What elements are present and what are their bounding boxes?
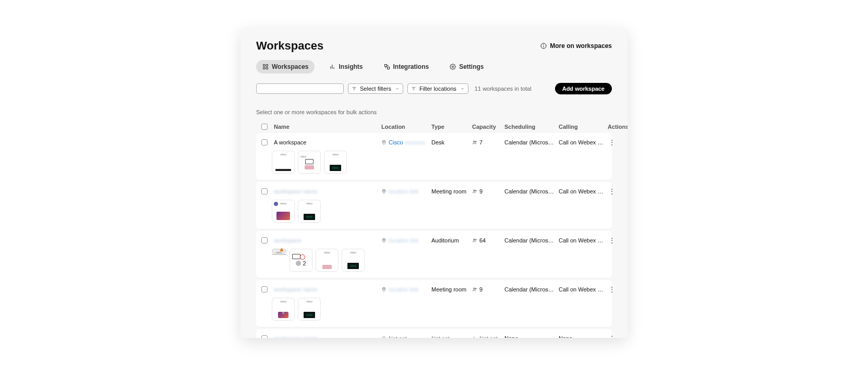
location-pin-icon xyxy=(381,189,387,194)
row-actions-menu[interactable]: ⋮ xyxy=(608,334,616,338)
table-row[interactable]: workspace name Not set Not set Not set N… xyxy=(256,329,612,338)
svg-point-23 xyxy=(383,141,384,142)
tab-insights-label: Insights xyxy=(339,63,363,70)
type-cell: Desk xyxy=(431,139,469,145)
select-filters-button[interactable]: Select filters xyxy=(348,83,403,94)
svg-point-36 xyxy=(474,337,475,338)
people-icon xyxy=(472,238,477,243)
workspace-name: workspace name xyxy=(274,286,378,293)
filter-locations-button[interactable]: Filter locations xyxy=(407,83,468,94)
workspaces-icon xyxy=(262,64,269,70)
search-input[interactable] xyxy=(256,83,344,94)
location-text: location link xyxy=(389,237,418,244)
location-text: location link xyxy=(389,188,418,194)
location-link[interactable]: location link xyxy=(381,286,428,293)
row-actions-menu[interactable]: ⋮ xyxy=(608,236,616,245)
device-chip-panel[interactable]: cisco xyxy=(298,298,321,321)
add-workspace-button[interactable]: Add workspace xyxy=(555,83,612,94)
more-link-label: More on workspaces xyxy=(550,42,612,50)
location-text: Not set xyxy=(389,335,407,338)
row-checkbox[interactable] xyxy=(261,188,268,194)
col-type[interactable]: Type xyxy=(431,124,469,130)
scheduling-cell: Calendar (Microsoft) xyxy=(504,286,556,293)
row-checkbox[interactable] xyxy=(261,286,268,293)
row-checkbox[interactable] xyxy=(261,335,268,338)
scheduling-cell: Calendar (Microsoft) xyxy=(504,188,556,194)
device-chip-codec[interactable]: cisco xyxy=(272,151,295,174)
scheduling-cell: Calendar (Microsoft) xyxy=(504,139,556,145)
col-capacity[interactable]: Capacity xyxy=(472,124,501,130)
calling-cell: Call on Webex (1:1… xyxy=(559,286,605,293)
table-row[interactable]: A workspace Cisco xxxxxxx Desk 7 Calenda… xyxy=(256,133,612,180)
row-checkbox[interactable] xyxy=(261,139,268,145)
tab-workspaces-label: Workspaces xyxy=(272,63,308,70)
calling-cell: Call on Webex (1:1… xyxy=(559,188,605,194)
svg-point-35 xyxy=(383,337,384,338)
svg-point-25 xyxy=(475,141,476,142)
svg-rect-10 xyxy=(384,64,387,66)
capacity-cell: Not set xyxy=(472,335,501,338)
tab-insights[interactable]: Insights xyxy=(323,60,369,74)
device-chips: cisco cisco xyxy=(256,200,612,223)
page-title: Workspaces xyxy=(256,39,323,53)
device-chip-desk[interactable]: cisco xyxy=(272,298,295,321)
device-chip-codec-warning[interactable]: cisco xyxy=(272,249,286,253)
tab-integrations-label: Integrations xyxy=(393,63,429,70)
location-link[interactable]: location link xyxy=(381,237,428,244)
scheduling-cell: Calendar (Microsoft) xyxy=(504,237,556,244)
svg-point-32 xyxy=(383,288,384,289)
svg-rect-4 xyxy=(266,64,268,66)
col-calling[interactable]: Calling xyxy=(559,124,605,130)
tab-workspaces[interactable]: Workspaces xyxy=(256,60,315,74)
row-actions-menu[interactable]: ⋮ xyxy=(608,285,616,294)
capacity-value: 7 xyxy=(479,139,483,145)
row-checkbox[interactable] xyxy=(261,237,268,244)
device-chip-tablet-stack[interactable]: 2 xyxy=(290,249,312,272)
device-chip-tablet[interactable]: cisco xyxy=(298,151,321,174)
location-pin-icon xyxy=(381,238,387,243)
col-scheduling[interactable]: Scheduling xyxy=(504,124,556,130)
type-cell: Meeting room xyxy=(431,286,469,293)
type-cell: Auditorium xyxy=(431,237,469,244)
chip-count: 2 xyxy=(303,260,306,266)
chevron-down-icon xyxy=(460,86,465,91)
capacity-cell: 9 xyxy=(472,188,501,194)
table-row[interactable]: workspace name location link Meeting roo… xyxy=(256,182,612,229)
svg-rect-5 xyxy=(263,67,266,69)
scheduling-cell: None xyxy=(504,335,556,338)
device-chip-board[interactable]: cisco xyxy=(272,200,295,223)
device-chip-mini[interactable]: cisco xyxy=(316,249,339,272)
table-row[interactable]: workspace name location link Meeting roo… xyxy=(256,280,612,327)
tab-integrations[interactable]: Integrations xyxy=(378,60,436,74)
svg-point-2 xyxy=(544,44,544,45)
row-actions-menu[interactable]: ⋮ xyxy=(608,138,616,147)
workspaces-card: Workspaces More on workspaces Workspaces… xyxy=(240,28,628,338)
location-blurred-tail: xxxxxxx xyxy=(405,139,426,145)
svg-point-28 xyxy=(475,190,476,191)
svg-rect-6 xyxy=(266,67,268,69)
select-all-checkbox[interactable] xyxy=(261,124,268,130)
row-actions-menu[interactable]: ⋮ xyxy=(608,187,616,196)
tab-settings[interactable]: Settings xyxy=(443,60,490,74)
table-row[interactable]: workspace location link Auditorium 64 Ca… xyxy=(256,231,612,278)
type-cell: Not set xyxy=(431,335,469,338)
location-link[interactable]: location link xyxy=(381,188,428,194)
location-notset: Not set xyxy=(381,335,428,338)
device-chip-panel[interactable]: cisco xyxy=(298,200,321,223)
filter-icon xyxy=(352,86,357,91)
calling-cell: Call on Webex (1:1… xyxy=(559,139,605,145)
capacity-value: Not set xyxy=(479,335,498,338)
more-on-workspaces-link[interactable]: More on workspaces xyxy=(540,42,612,50)
device-chip-panel[interactable]: cisco xyxy=(342,249,365,272)
device-chip-panel[interactable]: cisco xyxy=(324,151,347,174)
device-chips: cisco cisco xyxy=(256,298,612,321)
integrations-icon xyxy=(384,64,390,70)
location-link[interactable]: Cisco xxxxxxx xyxy=(381,139,428,145)
capacity-cell: 7 xyxy=(472,139,501,145)
col-name[interactable]: Name xyxy=(274,124,378,130)
col-location[interactable]: Location xyxy=(381,124,428,130)
controls-row: Select filters Filter locations 11 works… xyxy=(256,83,612,94)
table-header: Name Location Type Capacity Scheduling C… xyxy=(256,120,612,133)
svg-point-30 xyxy=(474,239,475,240)
location-text: location link xyxy=(389,286,418,293)
